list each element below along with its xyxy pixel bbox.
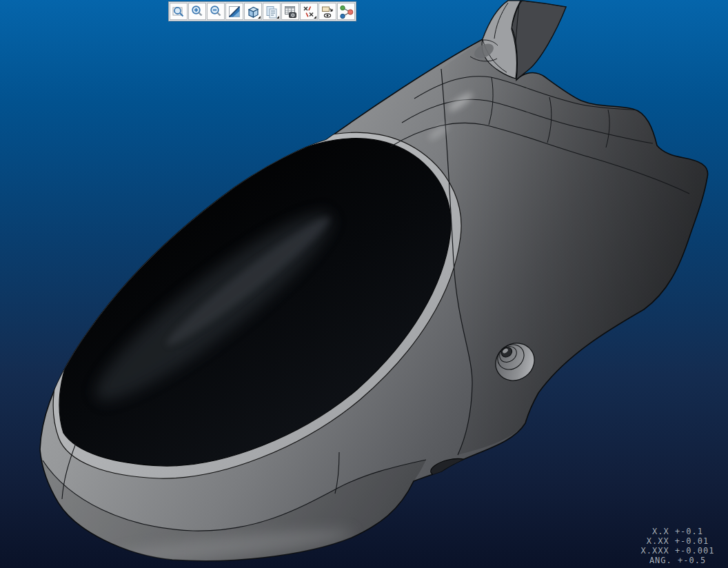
table-snapshot-icon	[283, 4, 298, 19]
hide-annotations-button[interactable]	[318, 3, 336, 20]
zoom-out-icon	[208, 4, 223, 19]
zoom-window-button[interactable]	[170, 3, 188, 20]
part-fin-face[interactable]	[512, 1, 566, 80]
shaded-view-icon	[227, 4, 242, 19]
shaded-view-button[interactable]	[225, 3, 243, 20]
part-right-flank-shading	[441, 1, 708, 455]
dropdown-arrow-icon	[258, 16, 261, 19]
zoom-out-button[interactable]	[207, 3, 225, 20]
relations-icon	[338, 4, 354, 19]
relations-button[interactable]	[337, 3, 355, 20]
tolerance-line-3: X.XXX +-0.001	[633, 546, 722, 556]
tolerance-line-1: X.X +-0.1	[633, 527, 722, 536]
viewport-3d[interactable]	[0, 0, 728, 568]
zoom-in-icon	[190, 4, 205, 19]
tolerance-line-4: ANG. +-0.5	[633, 556, 722, 565]
table-snapshot-button[interactable]	[281, 3, 299, 20]
hide-annotation-icon	[320, 4, 335, 19]
tolerance-note: X.X +-0.1 X.XX +-0.01 X.XXX +-0.001 ANG.…	[633, 527, 722, 565]
zoom-in-button[interactable]	[188, 3, 206, 20]
tolerance-display-button[interactable]	[300, 3, 318, 20]
tolerance-line-2: X.XX +-0.01	[633, 536, 722, 546]
view-toolbar	[168, 1, 356, 21]
dropdown-arrow-icon	[314, 16, 316, 19]
view-pages-button[interactable]	[263, 3, 281, 20]
iso-view-button[interactable]	[244, 3, 262, 20]
cad-application-window: X.X +-0.1 X.XX +-0.01 X.XXX +-0.001 ANG.…	[0, 0, 728, 568]
zoom-window-icon	[171, 4, 186, 19]
dropdown-arrow-icon	[276, 16, 279, 19]
